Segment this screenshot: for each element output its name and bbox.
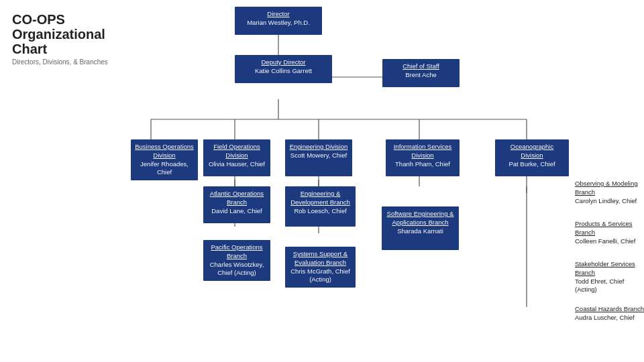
observing-modeling-box: Observing & Modeling Branch Carolyn Lind…	[575, 180, 644, 208]
chief-of-staff-box: Chief of Staff Brent Ache	[382, 59, 460, 87]
engineering-label: Engineering Division	[290, 143, 348, 150]
chart-area: Director Marian Westley, Ph.D. Deputy Di…	[131, 0, 644, 362]
subtitle: Directors, Divisions, & Branches	[12, 58, 124, 66]
atlantic-ops-box: Atlantic Operations Branch David Lane, C…	[203, 186, 270, 223]
eng-dev-person: Rob Loesch, Chief	[294, 207, 346, 215]
products-services-person: Colleen Fanelli, Chief	[575, 237, 635, 245]
field-ops-label: Field Operations Division	[213, 143, 260, 159]
title-org: Organizational Chart	[12, 27, 124, 56]
deputy-label: Deputy Director	[262, 58, 306, 66]
systems-support-person: Chris McGrath, Chief (Acting)	[290, 267, 350, 284]
pacific-ops-box: Pacific Operations Branch Charles Wisotz…	[203, 240, 270, 281]
business-ops-person: Jenifer Rhoades, Chief	[140, 160, 189, 176]
field-ops-box: Field Operations Division Olivia Hauser,…	[203, 139, 270, 176]
systems-support-box: Systems Support & Evaluation Branch Chri…	[285, 247, 356, 288]
products-services-box: Products & Services Branch Colleen Fanel…	[575, 220, 644, 248]
field-ops-person: Olivia Hauser, Chief	[209, 160, 265, 168]
eng-dev-box: Engineering & Development Branch Rob Loe…	[285, 186, 356, 227]
software-eng-person: Sharada Karnati	[397, 227, 443, 235]
coastal-hazards-label: Coastal Hazards Branch	[575, 305, 644, 312]
stakeholder-services-person: Todd Ehret, Chief (Acting)	[575, 278, 624, 294]
info-services-box: Information Services Division Thanh Pham…	[386, 139, 460, 176]
engineering-person: Scott Mowery, Chief	[290, 152, 347, 159]
pacific-ops-person: Charles Wisotzkey, Chief (Acting)	[210, 261, 264, 277]
director-label: Director	[267, 10, 289, 17]
software-eng-box: Software Engineering & Applications Bran…	[382, 206, 459, 250]
atlantic-ops-label: Atlantic Operations Branch	[210, 190, 264, 206]
observing-modeling-person: Carolyn Lindley, Chief	[575, 197, 637, 204]
connector-lines	[131, 0, 644, 362]
coastal-hazards-box: Coastal Hazards Branch Audra Luscher, Ch…	[575, 305, 644, 333]
deputy-person: Katie Collins Garrett	[255, 67, 312, 74]
pacific-ops-label: Pacific Operations Branch	[211, 243, 262, 259]
stakeholder-services-box: Stakeholder Services Branch Todd Ehret, …	[575, 260, 644, 294]
coastal-hazards-person: Audra Luscher, Chief	[575, 314, 635, 321]
stakeholder-services-label: Stakeholder Services Branch	[575, 260, 635, 276]
info-services-person: Thanh Pham, Chief	[395, 160, 450, 168]
business-ops-box: Business Operations Division Jenifer Rho…	[131, 139, 198, 180]
director-box: Director Marian Westley, Ph.D.	[235, 7, 322, 35]
eng-dev-label: Engineering & Development Branch	[290, 190, 350, 206]
deputy-box: Deputy Director Katie Collins Garrett	[235, 55, 332, 83]
chief-of-staff-person: Brent Ache	[405, 71, 436, 78]
engineering-box: Engineering Division Scott Mowery, Chief	[285, 139, 352, 176]
oceanographic-box: Oceanographic Division Pat Burke, Chief	[495, 139, 569, 176]
title-co-ops: CO-OPS	[12, 12, 124, 27]
info-services-label: Information Services Division	[394, 143, 452, 159]
director-person: Marian Westley, Ph.D.	[247, 19, 310, 26]
systems-support-label: Systems Support & Evaluation Branch	[293, 250, 347, 266]
software-eng-label: Software Engineering & Applications Bran…	[387, 210, 454, 226]
business-ops-label: Business Operations Division	[135, 143, 194, 159]
atlantic-ops-person: David Lane, Chief	[211, 207, 262, 215]
oceanographic-label: Oceanographic Division	[511, 143, 553, 159]
left-panel: CO-OPS Organizational Chart Directors, D…	[0, 0, 131, 362]
observing-modeling-label: Observing & Modeling Branch	[575, 180, 637, 196]
oceanographic-person: Pat Burke, Chief	[508, 160, 555, 168]
chief-of-staff-label: Chief of Staff	[402, 62, 439, 70]
products-services-label: Products & Services Branch	[575, 220, 633, 236]
page: CO-OPS Organizational Chart Directors, D…	[0, 0, 644, 362]
